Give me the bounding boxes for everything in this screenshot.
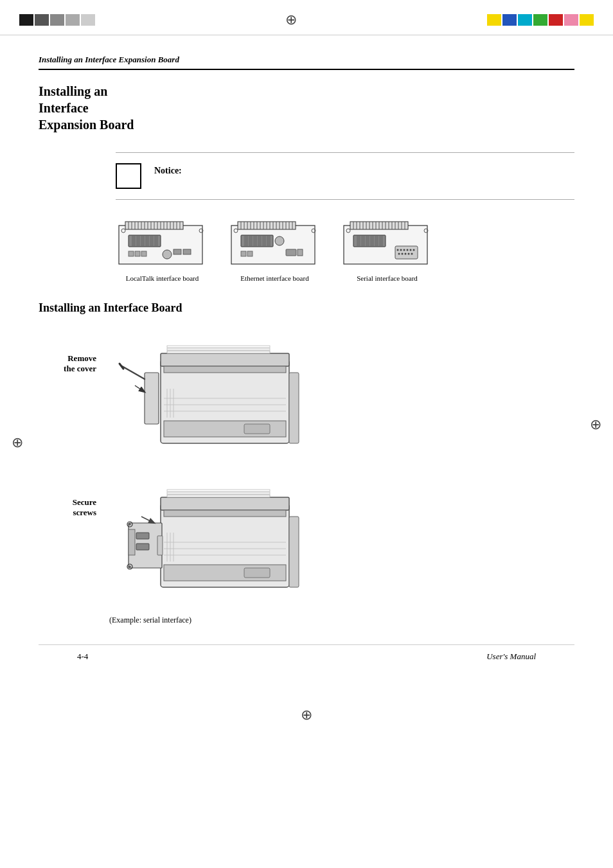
step-2-image xyxy=(109,472,574,596)
localtalk-board-svg xyxy=(116,219,209,270)
color-strip-red xyxy=(549,14,563,26)
svg-rect-58 xyxy=(262,236,266,246)
svg-rect-110 xyxy=(167,346,270,348)
svg-point-102 xyxy=(405,253,407,255)
svg-rect-91 xyxy=(375,236,378,246)
svg-rect-93 xyxy=(395,246,418,259)
serial-board-item: Serial interface board xyxy=(341,219,434,282)
svg-rect-59 xyxy=(267,236,271,246)
svg-rect-90 xyxy=(370,236,374,246)
manual-title: User's Manual xyxy=(486,651,536,662)
color-strip-pink xyxy=(564,14,578,26)
svg-rect-141 xyxy=(136,544,149,550)
color-strip-1 xyxy=(19,14,33,26)
svg-rect-132 xyxy=(167,495,270,497)
svg-rect-139 xyxy=(129,529,135,555)
svg-rect-63 xyxy=(286,249,296,256)
notice-area: Notice: xyxy=(116,152,574,200)
color-strip-5 xyxy=(81,14,95,26)
svg-line-143 xyxy=(141,517,154,523)
svg-point-95 xyxy=(400,249,402,251)
header-rule xyxy=(39,69,574,70)
color-strip-green xyxy=(533,14,547,26)
color-strip-blue xyxy=(502,14,517,26)
running-header: Installing an Interface Expansion Board xyxy=(39,55,574,65)
localtalk-label: LocalTalk interface board xyxy=(126,274,199,282)
notice-label: Notice: xyxy=(154,163,182,176)
chapter-title: Installing an Interface Expansion Board xyxy=(39,83,180,133)
svg-rect-109 xyxy=(164,366,286,373)
ethernet-board-svg xyxy=(228,219,321,270)
color-strip-2 xyxy=(35,14,49,26)
svg-rect-31 xyxy=(183,249,191,254)
bottom-bar: ⊕ xyxy=(0,694,613,736)
svg-point-94 xyxy=(397,249,399,251)
svg-rect-23 xyxy=(145,236,149,246)
svg-rect-57 xyxy=(258,236,262,246)
svg-rect-111 xyxy=(167,348,270,350)
svg-rect-130 xyxy=(167,490,270,492)
color-strip-yellow xyxy=(487,14,501,26)
page-number: 4-4 xyxy=(77,651,88,662)
serial-label: Serial interface board xyxy=(357,274,418,282)
svg-rect-114 xyxy=(244,424,270,434)
boards-row: LocalTalk interface board xyxy=(116,219,574,282)
svg-rect-151 xyxy=(289,517,299,587)
svg-rect-128 xyxy=(161,497,289,510)
main-content: Installing an Interface Expansion Board … xyxy=(0,35,613,694)
svg-rect-20 xyxy=(132,236,136,246)
svg-point-60 xyxy=(275,236,284,245)
svg-rect-64 xyxy=(298,249,303,256)
svg-rect-112 xyxy=(167,351,270,353)
svg-rect-30 xyxy=(173,249,181,254)
color-strips-left xyxy=(19,14,95,26)
svg-rect-89 xyxy=(366,236,369,246)
section-heading: Installing an Interface Board xyxy=(39,301,574,315)
ethernet-label: Ethernet interface board xyxy=(240,274,308,282)
step-1-image xyxy=(109,328,574,452)
svg-rect-56 xyxy=(253,236,257,246)
color-strips-right xyxy=(487,14,594,26)
svg-rect-28 xyxy=(141,251,147,256)
step-2: Secure screws xyxy=(39,472,574,596)
svg-rect-87 xyxy=(357,236,360,246)
color-strip-orange xyxy=(580,14,594,26)
example-note: (Example: serial interface) xyxy=(109,616,574,625)
step-1-label: Remove the cover xyxy=(39,328,96,374)
svg-rect-108 xyxy=(161,353,289,366)
svg-rect-140 xyxy=(136,533,149,539)
svg-point-29 xyxy=(163,250,172,259)
svg-rect-123 xyxy=(289,373,299,443)
svg-rect-62 xyxy=(247,251,253,256)
printer-cover-removal-svg xyxy=(109,328,315,450)
svg-point-103 xyxy=(408,253,410,255)
svg-rect-88 xyxy=(361,236,365,246)
step-1: Remove the cover xyxy=(39,328,574,452)
footer: 4-4 User's Manual xyxy=(39,644,574,668)
top-bar: ⊕ xyxy=(0,0,613,35)
serial-board-svg xyxy=(341,219,434,270)
svg-point-104 xyxy=(411,253,413,255)
right-crosshair-icon: ⊕ xyxy=(590,416,601,433)
svg-rect-21 xyxy=(136,236,140,246)
svg-rect-55 xyxy=(249,236,253,246)
printer-screws-svg xyxy=(109,472,315,594)
ethernet-board-item: Ethernet interface board xyxy=(228,219,321,282)
svg-point-96 xyxy=(404,249,405,251)
svg-rect-25 xyxy=(154,236,158,246)
svg-rect-24 xyxy=(150,236,154,246)
svg-rect-26 xyxy=(129,251,134,256)
svg-rect-142 xyxy=(157,536,163,555)
svg-rect-131 xyxy=(167,492,270,494)
svg-rect-134 xyxy=(244,568,270,578)
svg-point-100 xyxy=(398,253,400,255)
svg-line-121 xyxy=(122,366,145,379)
svg-point-101 xyxy=(402,253,404,255)
left-crosshair-icon: ⊕ xyxy=(12,434,23,451)
svg-point-99 xyxy=(413,249,415,251)
svg-rect-54 xyxy=(244,236,248,246)
step-2-label: Secure screws xyxy=(39,472,96,518)
color-strip-cyan xyxy=(518,14,532,26)
bottom-crosshair-icon: ⊕ xyxy=(301,707,312,723)
svg-rect-22 xyxy=(141,236,145,246)
